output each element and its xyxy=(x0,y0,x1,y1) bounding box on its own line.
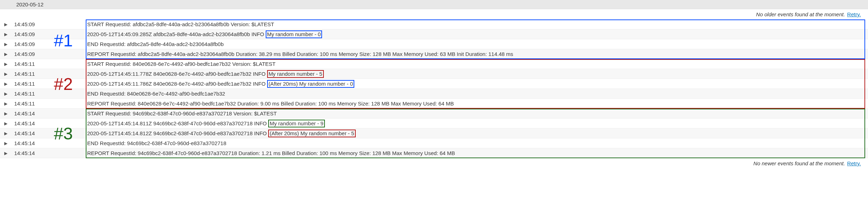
retry-link-top[interactable]: Retry. xyxy=(847,11,861,17)
log-message: 2020-05-12T14:45:14.812Z 94c69bc2-638f-4… xyxy=(87,130,868,137)
log-message-pre: 2020-05-12T14:45:11.786Z 840e0628-6e7c-4… xyxy=(87,81,267,87)
expand-arrow-icon[interactable]: ▶ xyxy=(4,72,10,76)
log-time: 14:45:14 xyxy=(14,110,46,116)
highlight-box: My random number - 0 xyxy=(266,30,322,38)
log-message: REPORT RequestId: 840e0628-6e7c-4492-af9… xyxy=(87,101,868,107)
log-time: 14:45:14 xyxy=(14,140,46,146)
log-message-pre: 2020-05-12T14:45:11.778Z 840e0628-6e7c-4… xyxy=(87,71,267,77)
log-message-pre: START RequestId: 94c69bc2-638f-47c0-960d… xyxy=(87,110,277,116)
log-row[interactable]: ▶14:45:09START RequestId: afdbc2a5-8dfe-… xyxy=(0,19,868,29)
expand-arrow-icon[interactable]: ▶ xyxy=(4,22,10,27)
log-message: START RequestId: afdbc2a5-8dfe-440a-adc2… xyxy=(87,21,868,27)
log-message: 2020-05-12T14:45:09.285Z afdbc2a5-8dfe-4… xyxy=(87,30,868,38)
log-message: 2020-05-12T14:45:11.778Z 840e0628-6e7c-4… xyxy=(87,70,868,78)
log-message-pre: REPORT RequestId: 840e0628-6e7c-4492-af9… xyxy=(87,101,454,107)
log-row[interactable]: ▶14:45:14START RequestId: 94c69bc2-638f-… xyxy=(0,109,868,119)
log-time: 14:45:11 xyxy=(14,61,46,67)
log-row[interactable]: ▶14:45:11REPORT RequestId: 840e0628-6e7c… xyxy=(0,99,868,109)
log-message: START RequestId: 94c69bc2-638f-47c0-960d… xyxy=(87,110,868,116)
log-message: REPORT RequestId: 94c69bc2-638f-47c0-960… xyxy=(87,150,868,156)
expand-arrow-icon[interactable]: ▶ xyxy=(4,91,10,96)
log-row[interactable]: ▶14:45:112020-05-12T14:45:11.778Z 840e06… xyxy=(0,69,868,79)
log-message: REPORT RequestId: afdbc2a5-8dfe-440a-adc… xyxy=(87,51,868,57)
log-time: 14:45:11 xyxy=(14,91,46,97)
expand-arrow-icon[interactable]: ▶ xyxy=(4,131,10,136)
retry-link-bottom[interactable]: Retry. xyxy=(847,160,861,166)
log-time: 14:45:11 xyxy=(14,81,46,87)
log-time: 14:45:11 xyxy=(14,101,46,107)
log-time: 14:45:14 xyxy=(14,120,46,126)
expand-arrow-icon[interactable]: ▶ xyxy=(4,52,10,57)
log-message-pre: START RequestId: afdbc2a5-8dfe-440a-adc2… xyxy=(87,21,274,27)
expand-arrow-icon[interactable]: ▶ xyxy=(4,42,10,47)
older-events-msg: No older events found at the moment. xyxy=(756,11,845,17)
log-message-pre: END RequestId: 840e0628-6e7c-4492-af90-b… xyxy=(87,91,225,97)
log-message: END RequestId: 94c69bc2-638f-47c0-960d-e… xyxy=(87,140,868,146)
log-container: #1 #2 #3 ▶14:45:09START RequestId: afdbc… xyxy=(0,19,868,158)
log-message-pre: START RequestId: 840e0628-6e7c-4492-af90… xyxy=(87,61,276,67)
expand-arrow-icon[interactable]: ▶ xyxy=(4,32,10,37)
top-notice-bar: No older events found at the moment. Ret… xyxy=(0,9,868,19)
log-message: 2020-05-12T14:45:11.786Z 840e0628-6e7c-4… xyxy=(87,80,868,88)
log-row[interactable]: ▶14:45:142020-05-12T14:45:14.812Z 94c69b… xyxy=(0,128,868,138)
log-row[interactable]: ▶14:45:09REPORT RequestId: afdbc2a5-8dfe… xyxy=(0,49,868,59)
log-row[interactable]: ▶14:45:11END RequestId: 840e0628-6e7c-44… xyxy=(0,89,868,99)
expand-arrow-icon[interactable]: ▶ xyxy=(4,121,10,126)
log-time: 14:45:09 xyxy=(14,21,46,27)
newer-events-msg: No newer events found at the moment. xyxy=(754,160,845,166)
log-time: 14:45:14 xyxy=(14,150,46,156)
log-message: END RequestId: afdbc2a5-8dfe-440a-adc2-b… xyxy=(87,41,868,47)
log-message-pre: 2020-05-12T14:45:09.285Z afdbc2a5-8dfe-4… xyxy=(87,31,266,37)
log-time: 14:45:14 xyxy=(14,130,46,136)
expand-arrow-icon[interactable]: ▶ xyxy=(4,81,10,86)
expand-arrow-icon[interactable]: ▶ xyxy=(4,141,10,146)
log-row[interactable]: ▶14:45:14REPORT RequestId: 94c69bc2-638f… xyxy=(0,148,868,158)
log-message-pre: END RequestId: 94c69bc2-638f-47c0-960d-e… xyxy=(87,140,226,146)
log-time: 14:45:09 xyxy=(14,41,46,47)
log-row[interactable]: ▶14:45:112020-05-12T14:45:11.786Z 840e06… xyxy=(0,79,868,89)
log-message-pre: END RequestId: afdbc2a5-8dfe-440a-adc2-b… xyxy=(87,41,224,47)
log-message-pre: REPORT RequestId: afdbc2a5-8dfe-440a-adc… xyxy=(87,51,513,57)
log-time: 14:45:09 xyxy=(14,31,46,37)
log-row[interactable]: ▶14:45:142020-05-12T14:45:14.811Z 94c69b… xyxy=(0,119,868,128)
log-message-pre: 2020-05-12T14:45:14.811Z 94c69bc2-638f-4… xyxy=(87,120,268,126)
log-message: START RequestId: 840e0628-6e7c-4492-af90… xyxy=(87,61,868,67)
log-row[interactable]: ▶14:45:09END RequestId: afdbc2a5-8dfe-44… xyxy=(0,39,868,49)
log-message-pre: REPORT RequestId: 94c69bc2-638f-47c0-960… xyxy=(87,150,455,156)
date-header: 2020-05-12 xyxy=(0,0,868,9)
highlight-box: (After 20ms) My random number - 5 xyxy=(268,130,355,137)
log-message: 2020-05-12T14:45:14.811Z 94c69bc2-638f-4… xyxy=(87,120,868,127)
log-time: 14:45:09 xyxy=(14,51,46,57)
log-message-pre: 2020-05-12T14:45:14.812Z 94c69bc2-638f-4… xyxy=(87,130,268,136)
highlight-box: (After 20ms) My random number - 0 xyxy=(267,80,354,88)
highlight-box: My random number - 5 xyxy=(267,70,324,78)
highlight-box: My random number - 9 xyxy=(268,120,325,127)
log-time: 14:45:11 xyxy=(14,71,46,77)
log-row[interactable]: ▶14:45:11START RequestId: 840e0628-6e7c-… xyxy=(0,59,868,69)
log-row[interactable]: ▶14:45:092020-05-12T14:45:09.285Z afdbc2… xyxy=(0,29,868,39)
expand-arrow-icon[interactable]: ▶ xyxy=(4,111,10,116)
bottom-notice-bar: No newer events found at the moment. Ret… xyxy=(0,158,868,168)
expand-arrow-icon[interactable]: ▶ xyxy=(4,101,10,106)
expand-arrow-icon[interactable]: ▶ xyxy=(4,151,10,156)
expand-arrow-icon[interactable]: ▶ xyxy=(4,62,10,67)
log-message: END RequestId: 840e0628-6e7c-4492-af90-b… xyxy=(87,91,868,97)
log-row[interactable]: ▶14:45:14END RequestId: 94c69bc2-638f-47… xyxy=(0,138,868,148)
